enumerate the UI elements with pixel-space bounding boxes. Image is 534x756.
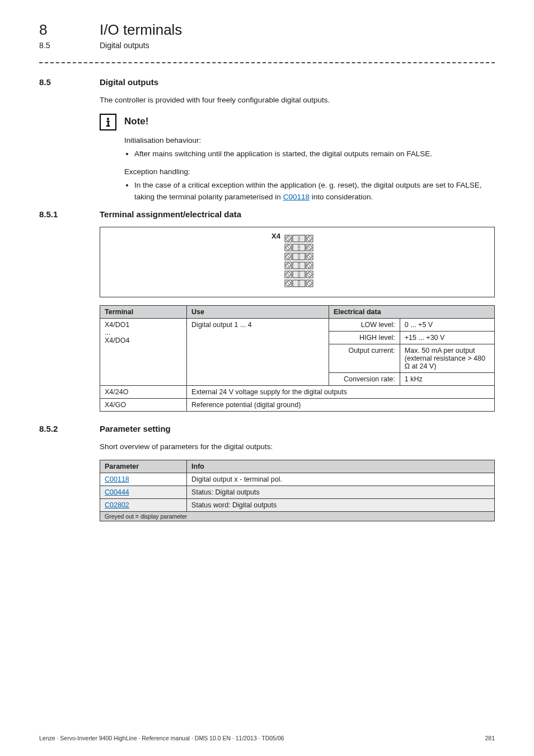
terminal-pin-row: DO2 bbox=[285, 262, 313, 269]
terminal-pin-label: DO1 bbox=[297, 253, 301, 260]
svg-line-45 bbox=[308, 282, 311, 285]
parameter-table: Parameter Info C00118Digital output x - … bbox=[100, 460, 495, 521]
terminal-pin-label: DO4 bbox=[297, 279, 301, 287]
param-footnote: Greyed out = display parameter bbox=[100, 512, 495, 521]
note-exc-bullet: In the case of a critical exception with… bbox=[134, 180, 495, 203]
terminal-diagram-box: X4 GO24ODO1DO2DO3DO4 bbox=[100, 227, 495, 297]
spec-low-val: 0 ... +5 V bbox=[400, 318, 494, 331]
header-section-number: 8.5 bbox=[39, 41, 75, 50]
param-cell-info: Status word: Digital outputs bbox=[187, 499, 495, 512]
param-cell-code: C00444 bbox=[100, 486, 187, 499]
table-row: C00444Status: Digital outputs bbox=[100, 486, 495, 499]
spec-high-key: HIGH level: bbox=[329, 331, 400, 344]
spec-24o-use: External 24 V voltage supply for the dig… bbox=[187, 385, 495, 398]
info-icon bbox=[100, 114, 116, 130]
param-link[interactable]: C02802 bbox=[105, 501, 129, 509]
svg-line-6 bbox=[287, 237, 290, 240]
header-section-title: Digital outputs bbox=[100, 41, 149, 50]
svg-line-31 bbox=[308, 264, 311, 267]
svg-line-38 bbox=[308, 273, 311, 276]
svg-line-13 bbox=[287, 246, 290, 249]
section-title-8-5-2: Parameter setting bbox=[100, 424, 171, 433]
footer-left: Lenze · Servo-Inverter 9400 HighLine · R… bbox=[39, 735, 284, 741]
svg-line-34 bbox=[287, 273, 290, 276]
param-link[interactable]: C00118 bbox=[105, 475, 129, 483]
spec-header-terminal: Terminal bbox=[100, 305, 187, 318]
svg-rect-2 bbox=[107, 120, 109, 125]
spec-out-key: Output current: bbox=[329, 344, 400, 372]
param-intro: Short overview of parameters for the dig… bbox=[100, 441, 495, 452]
svg-line-10 bbox=[308, 237, 311, 240]
terminal-pin-row: DO4 bbox=[285, 279, 313, 287]
spec-do-use: Digital output 1 ... 4 bbox=[187, 318, 329, 385]
table-row: C02802Status word: Digital outputs bbox=[100, 499, 495, 512]
chapter-title: I/O terminals bbox=[100, 21, 182, 39]
terminal-pin-row: DO1 bbox=[285, 253, 313, 260]
terminal-pin-label: DO2 bbox=[297, 262, 301, 269]
svg-line-20 bbox=[287, 255, 290, 258]
link-c00118[interactable]: C00118 bbox=[283, 193, 310, 201]
section-title-8-5-1: Terminal assignment/electrical data bbox=[100, 209, 241, 219]
svg-line-41 bbox=[287, 282, 290, 285]
spec-low-key: LOW level: bbox=[329, 318, 400, 331]
param-cell-info: Digital output x - terminal pol. bbox=[187, 473, 495, 486]
note-init-label: Initialisation behaviour: bbox=[124, 135, 495, 146]
terminal-pin-row: GO bbox=[285, 235, 313, 242]
svg-line-24 bbox=[308, 255, 311, 258]
divider bbox=[39, 62, 495, 64]
param-header-info: Info bbox=[187, 460, 495, 473]
spec-24o-term: X4/24O bbox=[100, 385, 187, 398]
svg-point-0 bbox=[107, 118, 109, 120]
electrical-data-table: Terminal Use Electrical data X4/DO1 ... … bbox=[100, 305, 495, 412]
chapter-number: 8 bbox=[39, 21, 75, 39]
terminal-svg: GO24ODO1DO2DO3DO4 bbox=[284, 233, 323, 291]
note-exc-text-b: into consideration. bbox=[310, 193, 373, 201]
spec-go-use: Reference potential (digital ground) bbox=[187, 398, 495, 411]
section-number-8-5: 8.5 bbox=[39, 77, 75, 87]
spec-high-val: +15 ... +30 V bbox=[400, 331, 494, 344]
spec-do-terminal: X4/DO1 ... X4/DO4 bbox=[100, 318, 187, 385]
spec-conv-val: 1 kHz bbox=[400, 372, 494, 385]
spec-out-val: Max. 50 mA per output (external resistan… bbox=[400, 344, 494, 372]
intro-paragraph: The controller is provided with four fre… bbox=[100, 95, 495, 106]
terminal-label-x4: X4 bbox=[271, 232, 280, 240]
svg-line-27 bbox=[287, 264, 290, 267]
svg-line-17 bbox=[308, 246, 311, 249]
section-number-8-5-1: 8.5.1 bbox=[39, 209, 75, 219]
svg-rect-3 bbox=[106, 125, 110, 126]
spec-conv-key: Conversion rate: bbox=[329, 372, 400, 385]
section-number-8-5-2: 8.5.2 bbox=[39, 424, 75, 433]
terminal-pin-label: 24O bbox=[297, 244, 301, 251]
section-title-8-5: Digital outputs bbox=[100, 77, 158, 87]
param-cell-code: C00118 bbox=[100, 473, 187, 486]
param-cell-code: C02802 bbox=[100, 499, 187, 512]
param-cell-info: Status: Digital outputs bbox=[187, 486, 495, 499]
note-init-bullet: After mains switching until the applicat… bbox=[134, 148, 495, 160]
terminal-pin-row: 24O bbox=[285, 244, 313, 251]
table-row: C00118Digital output x - terminal pol. bbox=[100, 473, 495, 486]
note-exc-label: Exception handling: bbox=[124, 166, 495, 178]
terminal-pin-row: DO3 bbox=[285, 270, 313, 278]
param-header-param: Parameter bbox=[100, 460, 187, 473]
param-link[interactable]: C00444 bbox=[105, 488, 129, 496]
spec-header-use: Use bbox=[187, 305, 329, 318]
footer-right: 281 bbox=[485, 735, 495, 741]
spec-header-edata: Electrical data bbox=[329, 305, 494, 318]
note-title: Note! bbox=[124, 116, 148, 127]
terminal-pin-label: DO3 bbox=[297, 270, 301, 278]
terminal-pin-label: GO bbox=[297, 236, 301, 241]
spec-go-term: X4/GO bbox=[100, 398, 187, 411]
